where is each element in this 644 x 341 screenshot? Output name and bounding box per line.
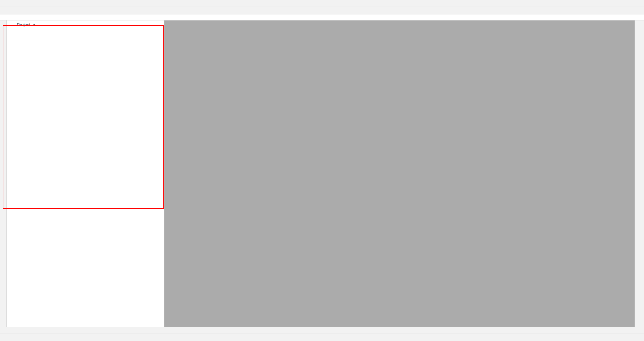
main-content: Project (0, 20, 644, 327)
right-tool-stripe (635, 20, 644, 327)
breadcrumb (0, 14, 644, 20)
tool-window-bar (0, 327, 644, 334)
left-tool-stripe (0, 20, 7, 327)
project-panel-title[interactable]: Project (17, 22, 30, 27)
project-panel-header: Project (7, 20, 164, 29)
status-bar (0, 334, 644, 341)
project-tree (7, 29, 164, 33)
editor-empty-area (164, 20, 635, 327)
project-tool-window: Project (7, 20, 164, 327)
main-toolbar (0, 6, 644, 14)
project-tab-icon (10, 22, 15, 27)
menu-bar (0, 0, 644, 6)
chevron-down-icon[interactable] (33, 24, 36, 25)
